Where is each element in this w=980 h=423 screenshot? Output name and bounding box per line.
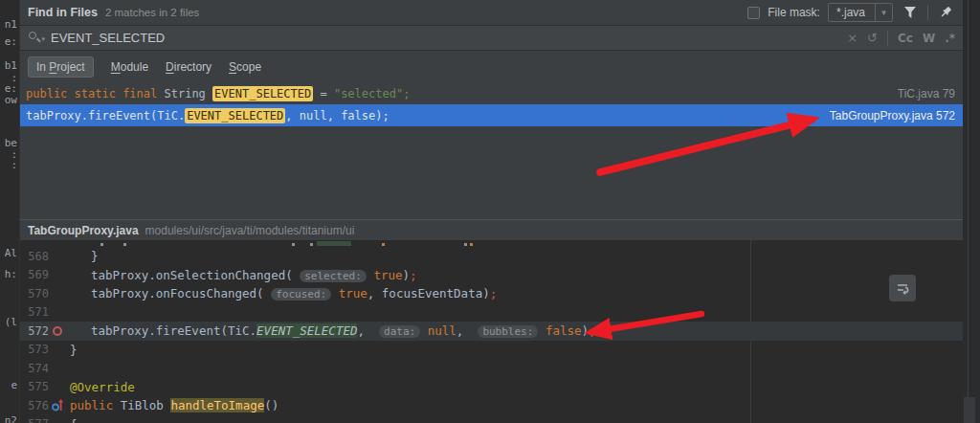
code-segment: ; — [410, 268, 417, 282]
code-segment: null — [420, 323, 457, 338]
soft-wrap-icon — [895, 280, 910, 296]
file-mask-checkbox[interactable] — [747, 7, 760, 19]
editor-text-fragment: h: — [0, 268, 17, 280]
code-line-570[interactable]: 570tabProxy.onFocusChanged( focused: tru… — [20, 284, 963, 303]
code-segment: } — [70, 343, 78, 357]
line-number: 569 — [20, 268, 49, 281]
code-segment: , — [457, 323, 479, 338]
line-number: 571 — [20, 305, 49, 319]
editor-text-fragment: : — [0, 159, 17, 171]
search-history-icon[interactable]: ↺ — [867, 31, 878, 45]
editor-text-fragment: n1 — [0, 18, 17, 31]
result-file-reference: TiC.java 79 — [898, 87, 955, 100]
param-hint: data: — [379, 325, 420, 338]
param-hint: focused: — [271, 288, 331, 301]
popup-title: Find in Files — [28, 6, 98, 19]
pin-icon[interactable] — [936, 3, 955, 22]
code-segment: ) — [482, 286, 490, 301]
code-line-577[interactable]: 577{ — [20, 415, 963, 423]
editor-text-fragment: b1 — [0, 59, 17, 72]
editor-text-fragment: Al — [0, 247, 17, 259]
code-line-576[interactable]: 576public TiBlob handleToImage() — [20, 396, 963, 415]
code-segment: public — [70, 398, 121, 412]
code-segment: tabProxy.fireEvent(TiC. — [26, 109, 185, 122]
scope-tab-scope[interactable]: Scope — [229, 60, 261, 74]
regex-toggle[interactable]: .* — [945, 32, 955, 45]
code-segment: ) — [403, 268, 411, 282]
code-segment: ; — [589, 323, 596, 338]
scope-tab-module[interactable]: Module — [111, 60, 148, 74]
file-mask-value: *.java — [829, 6, 875, 19]
scrollbar-track-line — [968, 0, 969, 423]
match-highlight: EVENT_SELECTED — [185, 108, 285, 123]
code-line-569[interactable]: 569tabProxy.onSelectionChanged( selected… — [20, 266, 963, 285]
search-icons-separator — [887, 31, 888, 46]
overriding-method-icon — [52, 398, 64, 412]
search-result-row[interactable]: public static final String EVENT_SELECTE… — [20, 82, 963, 104]
clear-search-icon[interactable]: × — [847, 31, 858, 45]
match-highlight: EVENT_SELECTED — [256, 323, 357, 338]
preview-filepath: modules/ui/src/java/ti/modules/titanium/… — [145, 224, 355, 237]
code-segment: = — [313, 87, 334, 100]
code-segment: , — [357, 323, 379, 338]
search-result-row[interactable]: tabProxy.fireEvent(TiC.EVENT_SELECTED, n… — [20, 104, 963, 126]
background-editor-left-strip: n1e:b1:e:owbe::Alh:(len2 — [0, 0, 19, 423]
search-icon[interactable]: ▾ — [28, 31, 43, 46]
find-in-files-popup: Find in Files 2 matches in 2 files File … — [19, 0, 963, 423]
code-line-572[interactable]: 572tabProxy.fireEvent(TiC.EVENT_SELECTED… — [20, 322, 963, 341]
search-input[interactable]: EVENT_SELECTED — [51, 31, 165, 45]
scope-tab-directory[interactable]: Directory — [166, 60, 212, 74]
code-segment: String — [165, 87, 213, 100]
code-segment: true — [331, 286, 368, 301]
preview-header: TabGroupProxy.java modules/ui/src/java/t… — [20, 219, 963, 240]
search-bar[interactable]: ▾ EVENT_SELECTED × ↺ Cc W .* — [20, 26, 963, 51]
code-segment: { — [70, 417, 78, 423]
editor-text-fragment: (l — [0, 316, 17, 328]
editor-text-fragment: e — [0, 379, 17, 391]
code-segment: tabProxy.onSelectionChanged( — [91, 268, 300, 282]
result-file-reference: TabGroupProxy.java 572 — [830, 109, 955, 122]
scope-tabs: In ProjectModuleDirectoryScope — [20, 51, 963, 82]
code-line-575[interactable]: 575@Override — [20, 378, 963, 397]
whole-words-toggle[interactable]: W — [923, 32, 935, 45]
code-segment: false — [538, 323, 581, 338]
match-marker-icon — [53, 326, 62, 336]
code-text: @Override — [66, 380, 135, 394]
code-segment: () — [264, 398, 278, 412]
line-number: 573 — [20, 343, 49, 356]
match-case-toggle[interactable]: Cc — [898, 32, 913, 45]
code-text: tabProxy.onFocusChanged( focused: true, … — [66, 286, 497, 301]
match-highlight: EVENT_SELECTED — [212, 86, 313, 101]
filter-icon[interactable] — [901, 3, 920, 22]
find-in-files-screen: n1e:b1:e:owbe::Alh:(len2 Find in Files 2… — [0, 0, 980, 423]
code-segment: ; — [490, 286, 498, 301]
search-results-list: public static final String EVENT_SELECTE… — [20, 82, 963, 126]
code-preview-pane[interactable]: 568}569tabProxy.onSelectionChanged( sele… — [20, 240, 963, 423]
code-text: public TiBlob handleToImage() — [66, 398, 278, 412]
scope-tab-in-project[interactable]: In Project — [28, 56, 94, 78]
code-text: { — [66, 417, 78, 423]
results-empty-area — [20, 126, 963, 219]
editor-text-fragment: ow — [0, 94, 17, 106]
code-segment: ) — [582, 323, 590, 338]
gutter — [49, 398, 66, 412]
file-mask-combo[interactable]: *.java ▼ — [828, 3, 893, 22]
line-number: 575 — [20, 380, 49, 393]
code-line-571[interactable]: 571 — [20, 303, 963, 323]
editor-text-fragment: n2 — [0, 414, 17, 423]
code-segment: public static final — [26, 87, 165, 100]
scrollbar-thumb[interactable] — [964, 397, 975, 423]
soft-wrap-button[interactable] — [889, 275, 916, 301]
code-line-574[interactable]: 574 — [20, 359, 963, 378]
code-segment: } — [91, 249, 99, 263]
code-segment: tabProxy.fireEvent(TiC. — [91, 323, 256, 338]
code-line-573[interactable]: 573} — [20, 341, 963, 360]
code-segment: tabProxy.onFocusChanged( — [91, 286, 271, 301]
code-line-568[interactable]: 568} — [20, 247, 963, 266]
code-segment: @Override — [70, 380, 135, 394]
code-segment: , null, false); — [285, 109, 389, 122]
line-number: 570 — [20, 287, 49, 301]
match-count: 2 matches in 2 files — [105, 7, 199, 18]
code-segment: "selected"; — [334, 87, 410, 100]
chevron-down-icon[interactable]: ▼ — [875, 4, 892, 21]
